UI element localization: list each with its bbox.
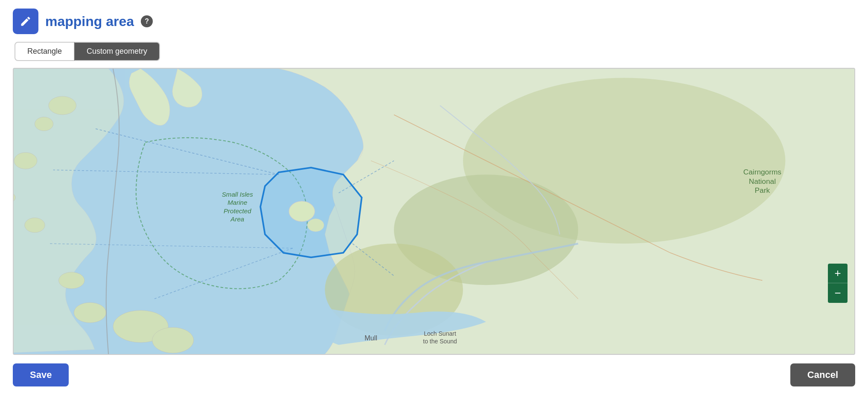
zoom-out-button[interactable]: − — [828, 283, 848, 303]
svg-text:Small Isles: Small Isles — [222, 191, 253, 198]
header-row: mapping area ? — [13, 9, 855, 34]
page-title: mapping area — [45, 14, 134, 29]
svg-text:Marine: Marine — [227, 199, 247, 206]
svg-text:to the Sound: to the Sound — [423, 338, 457, 345]
help-icon[interactable]: ? — [141, 15, 153, 27]
svg-point-6 — [35, 117, 53, 131]
pencil-icon — [20, 15, 32, 27]
svg-text:Cairngorms: Cairngorms — [743, 168, 781, 176]
svg-point-21 — [289, 201, 315, 221]
svg-point-5 — [49, 96, 76, 115]
svg-text:Park: Park — [755, 186, 770, 195]
map-svg: Small Isles Marine Protected Area Cairng… — [14, 69, 854, 354]
page-container: mapping area ? Rectangle Custom geometry — [0, 0, 868, 395]
save-button[interactable]: Save — [13, 363, 69, 386]
svg-point-9 — [25, 218, 45, 233]
svg-text:Mull: Mull — [364, 334, 377, 342]
svg-text:Loch Sunart: Loch Sunart — [424, 330, 456, 337]
cancel-button[interactable]: Cancel — [790, 363, 855, 386]
tab-row: Rectangle Custom geometry — [15, 42, 855, 61]
svg-text:Area: Area — [230, 215, 244, 223]
zoom-in-button[interactable]: + — [828, 264, 848, 283]
map-container[interactable]: Small Isles Marine Protected Area Cairng… — [13, 68, 855, 355]
svg-point-13 — [152, 327, 194, 353]
svg-text:Protected: Protected — [224, 207, 251, 215]
edit-icon-button[interactable] — [13, 9, 38, 34]
svg-text:National: National — [749, 177, 776, 186]
zoom-controls: + − — [828, 264, 848, 303]
svg-point-10 — [59, 272, 84, 289]
footer-row: Save Cancel — [13, 363, 855, 386]
tab-rectangle[interactable]: Rectangle — [15, 42, 74, 61]
svg-point-22 — [307, 219, 324, 232]
svg-point-7 — [14, 152, 37, 169]
tab-custom-geometry[interactable]: Custom geometry — [74, 42, 160, 61]
svg-point-11 — [74, 302, 106, 322]
